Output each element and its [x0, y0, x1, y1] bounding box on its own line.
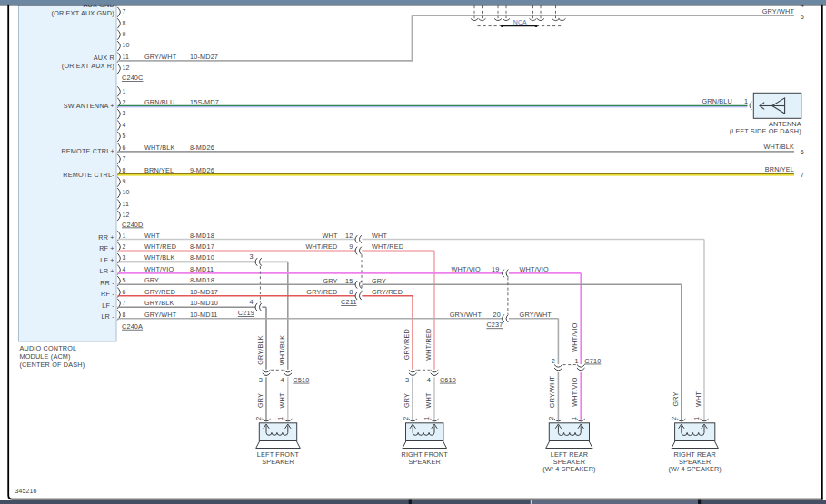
svg-text:(W/ 4 SPEAKER): (W/ 4 SPEAKER) — [668, 465, 722, 473]
svg-text:GRY: GRY — [323, 277, 337, 285]
svg-text:9: 9 — [349, 242, 353, 251]
svg-text:BRN/YEL: BRN/YEL — [765, 165, 794, 173]
svg-text:8: 8 — [123, 311, 126, 318]
svg-text:WHT/VIO: WHT/VIO — [571, 322, 579, 351]
svg-text:5: 5 — [801, 13, 804, 21]
svg-text:1: 1 — [277, 417, 284, 420]
svg-text:7: 7 — [123, 155, 126, 162]
svg-text:9-MD26: 9-MD26 — [190, 166, 214, 174]
svg-text:WHT: WHT — [144, 232, 160, 240]
svg-text:GRY: GRY — [256, 393, 264, 408]
svg-text:GRY/RED: GRY/RED — [144, 288, 175, 296]
svg-text:SPEAKER: SPEAKER — [262, 458, 294, 466]
svg-text:6: 6 — [801, 148, 804, 156]
svg-text:C237: C237 — [486, 321, 503, 329]
svg-text:2: 2 — [671, 417, 677, 420]
svg-text:4: 4 — [249, 298, 253, 306]
svg-text:2: 2 — [552, 357, 555, 365]
svg-text:8: 8 — [123, 20, 126, 26]
svg-text:3: 3 — [405, 376, 409, 384]
svg-text:10-MD17: 10-MD17 — [190, 288, 218, 296]
svg-text:RF -: RF - — [101, 290, 114, 298]
svg-text:WHT: WHT — [694, 391, 702, 407]
svg-text:LF -: LF - — [102, 301, 114, 310]
svg-text:GRY/RED: GRY/RED — [403, 329, 411, 360]
svg-text:MODULE (ACM): MODULE (ACM) — [20, 352, 71, 361]
svg-text:RF +: RF + — [99, 244, 114, 252]
svg-text:1: 1 — [571, 417, 577, 420]
svg-text:7: 7 — [123, 300, 126, 306]
svg-text:(W/ 4 SPEAKER): (W/ 4 SPEAKER) — [542, 465, 596, 473]
svg-text:2: 2 — [403, 417, 409, 420]
svg-text:GRY: GRY — [672, 391, 680, 406]
svg-text:REMOTE CTRL-: REMOTE CTRL- — [63, 171, 114, 179]
svg-text:RR -: RR - — [100, 279, 114, 287]
svg-text:GRY: GRY — [144, 276, 159, 284]
svg-text:9: 9 — [123, 178, 126, 184]
svg-text:10-MD10: 10-MD10 — [190, 299, 218, 307]
svg-text:8-MD18: 8-MD18 — [190, 276, 214, 284]
svg-text:4: 4 — [123, 122, 126, 128]
svg-text:GRY/WHT: GRY/WHT — [450, 311, 483, 319]
svg-text:C219: C219 — [238, 309, 254, 317]
svg-text:(CENTER OF DASH): (CENTER OF DASH) — [20, 361, 85, 369]
svg-text:GRY/WHT: GRY/WHT — [762, 7, 795, 15]
svg-text:GRY: GRY — [403, 393, 411, 408]
svg-text:LR -: LR - — [101, 312, 114, 321]
svg-text:10-MD27: 10-MD27 — [190, 53, 218, 61]
svg-text:8-MD10: 8-MD10 — [190, 253, 214, 262]
svg-text:8-MD26: 8-MD26 — [190, 143, 214, 152]
svg-text:C240D: C240D — [122, 221, 143, 229]
svg-text:4: 4 — [427, 376, 431, 384]
svg-text:9: 9 — [123, 31, 126, 37]
svg-text:GRY/WHT: GRY/WHT — [144, 311, 177, 319]
svg-text:4: 4 — [281, 376, 284, 384]
svg-text:C240C: C240C — [122, 74, 143, 82]
svg-text:5: 5 — [123, 133, 126, 139]
svg-text:2: 2 — [548, 417, 554, 420]
svg-text:LF +: LF + — [100, 256, 114, 264]
svg-text:WHT: WHT — [372, 232, 387, 240]
svg-text:WHT: WHT — [424, 392, 433, 408]
svg-text:2: 2 — [123, 99, 126, 105]
svg-text:GRY/RED: GRY/RED — [372, 288, 403, 296]
svg-text:4: 4 — [123, 266, 126, 272]
svg-text:AUX R: AUX R — [94, 54, 114, 62]
svg-text:BRN/YEL: BRN/YEL — [144, 166, 174, 174]
svg-text:1: 1 — [744, 97, 748, 105]
svg-text:C211: C211 — [341, 298, 357, 306]
svg-text:AUDIO CONTROL: AUDIO CONTROL — [20, 344, 77, 352]
svg-text:C510: C510 — [293, 376, 309, 384]
svg-text:SW ANTENNA +: SW ANTENNA + — [64, 102, 114, 110]
svg-text:RR +: RR + — [98, 233, 114, 242]
svg-text:1: 1 — [693, 417, 700, 420]
svg-text:6: 6 — [123, 289, 126, 295]
svg-text:WHT/VIO: WHT/VIO — [520, 265, 549, 273]
svg-text:3: 3 — [123, 254, 126, 261]
svg-text:GRN/BLU: GRN/BLU — [144, 98, 175, 106]
svg-text:1: 1 — [123, 88, 126, 94]
svg-text:NCA: NCA — [513, 19, 527, 25]
svg-text:GRY/WHT: GRY/WHT — [548, 375, 556, 408]
svg-text:7: 7 — [801, 171, 804, 179]
svg-text:GRY/BLK: GRY/BLK — [256, 335, 264, 365]
svg-text:1: 1 — [423, 417, 430, 420]
svg-text:WHT/BLK: WHT/BLK — [278, 335, 286, 366]
svg-text:6: 6 — [123, 144, 126, 151]
svg-text:10-MD11: 10-MD11 — [190, 311, 218, 319]
svg-text:GRY/RED: GRY/RED — [306, 288, 337, 296]
svg-text:WHT: WHT — [322, 232, 337, 240]
svg-text:1: 1 — [574, 357, 578, 365]
svg-text:(OR EXT AUX GND): (OR EXT AUX GND) — [52, 9, 114, 17]
svg-text:12: 12 — [123, 64, 130, 71]
svg-text:GRY/WHT: GRY/WHT — [144, 53, 177, 61]
svg-text:C240A: C240A — [122, 322, 143, 331]
svg-text:11: 11 — [123, 54, 130, 60]
svg-text:8: 8 — [349, 288, 353, 296]
svg-text:WHT: WHT — [278, 392, 286, 408]
svg-text:19: 19 — [492, 265, 499, 273]
svg-text:C710: C710 — [584, 357, 601, 365]
svg-text:GRY: GRY — [372, 277, 386, 285]
svg-text:WHT/RED: WHT/RED — [144, 242, 176, 251]
svg-text:7: 7 — [123, 8, 126, 15]
